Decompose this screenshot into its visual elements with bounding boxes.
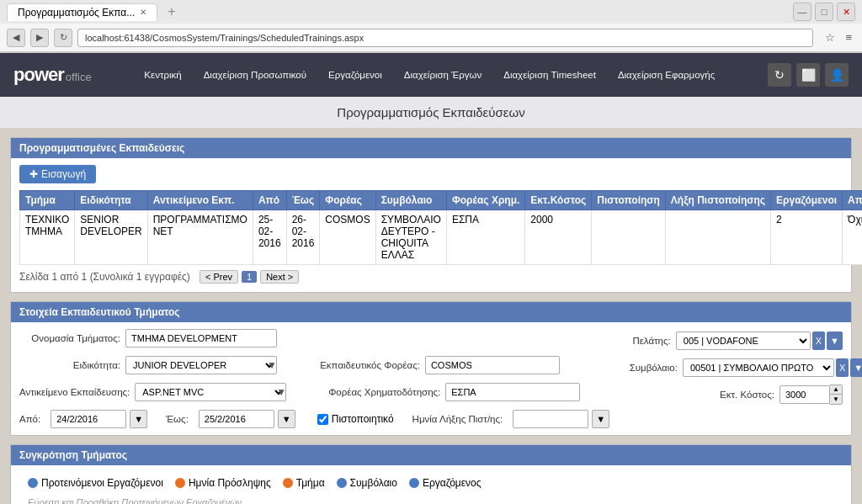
pistopoiitiko-checkbox[interactable] <box>317 414 328 425</box>
new-tab-icon[interactable]: + <box>168 4 175 19</box>
address-bar[interactable] <box>77 29 813 47</box>
pelatis-down-button[interactable]: ▼ <box>827 332 843 350</box>
browser-toolbar: ◀ ▶ ↻ ☆ ≡ <box>0 24 862 52</box>
col-pistopoiisi: Πιστοποίηση <box>592 191 666 210</box>
ekt-kostos-input[interactable] <box>780 385 830 404</box>
cell-ergazomenoi: 2 <box>771 210 843 265</box>
class-composition-body: Προτεινόμενοι Εργαζόμενοι Ημνία Πρόσληψη… <box>11 465 851 504</box>
form-row-2: Ειδικότητα: JUNIOR DEVELOPER ▼ Εκπαιδευτ… <box>11 356 851 383</box>
pistopoiitiko-checkbox-label[interactable]: Πιστοποιητικό <box>317 413 394 425</box>
cell-apo: 25-02-2016 <box>253 210 286 265</box>
eidikotita-select[interactable]: JUNIOR DEVELOPER <box>125 356 277 374</box>
col-eidikotita: Ειδικότητα <box>75 191 147 210</box>
symvolaio-x-button[interactable]: X <box>836 358 849 377</box>
settings-icon[interactable]: ≡ <box>842 29 855 45</box>
col-foreas: Φορέας <box>320 191 375 210</box>
pelatis-select-group: 005 | VODAFONE X ▼ <box>676 332 843 350</box>
eos-calendar-button[interactable]: ▼ <box>278 410 295 428</box>
search-hint: Εύρεση και Προσθήκη Προτεινόμενων Εργαζο… <box>19 494 843 504</box>
ekpaideutikos-label: Εκπαιδευτικός Φορέας: <box>319 360 420 370</box>
eos-date-input[interactable] <box>199 410 274 428</box>
back-button[interactable]: ◀ <box>7 29 25 47</box>
symvolaio-down-button[interactable]: ▼ <box>850 358 862 377</box>
dates-row: Από: ▼ Έως: ▼ Πιστοποιητικό Ημνία Λήξης … <box>11 410 851 435</box>
add-training-button[interactable]: ✚ Εισαγωγή <box>19 165 96 183</box>
ekt-kostos-spinner: ▲ ▼ <box>780 385 843 405</box>
nav-diaxeirisi-efarmogis[interactable]: Διαχείριση Εφαρμογής <box>608 65 725 85</box>
cell-eos: 26-02-2016 <box>286 210 320 265</box>
tab-close-icon[interactable]: ✕ <box>140 8 146 17</box>
col-ergazomenoi: Εργαζόμενοι <box>771 191 843 210</box>
radio-dot-protenomenoi <box>28 478 38 488</box>
main-content: Προγραμματισμένες Εκπαιδεύσεις ✚ Εισαγωγ… <box>0 129 862 504</box>
monitor-icon[interactable]: ⬜ <box>796 63 820 87</box>
page-title-bar: Προγραμματισμός Εκπαιδεύσεων <box>0 97 862 129</box>
radio-tabs: Προτεινόμενοι Εργαζόμενοι Ημνία Πρόσληψη… <box>19 472 843 494</box>
foreas-xrim-row: Φορέας Χρηματοδότησης: <box>328 383 580 401</box>
user-icon[interactable]: 👤 <box>825 63 849 87</box>
app-header: power office Κεντρική Διαχείριση Προσωπι… <box>0 53 862 97</box>
ekt-kostos-label: Εκτ. Κόστος: <box>673 390 774 400</box>
col-symvolaio: Συμβόλαιο <box>375 191 446 210</box>
close-button[interactable]: ✕ <box>837 3 855 21</box>
apo-calendar-button[interactable]: ▼ <box>130 410 147 428</box>
imnia-lixis-label: Ημνία Λήξης Πιστ/ης: <box>412 414 503 424</box>
logo-area: power office <box>13 64 92 86</box>
pelatis-select[interactable]: 005 | VODAFONE <box>676 332 811 350</box>
col-tmima: Τμήμα <box>20 191 75 210</box>
symvolaio-select[interactable]: 00501 | ΣΥΜΒΟΛΑΙΟ ΠΡΩΤΟ - <box>683 358 834 377</box>
nav-diaxeirisi-timesheet[interactable]: Διαχείριση Timesheet <box>493 65 606 85</box>
ekpaideutikos-row: Εκπαιδευτικός Φορέας: <box>319 356 560 374</box>
col-apo: Από <box>253 191 286 210</box>
refresh-header-button[interactable]: ↻ <box>768 63 791 87</box>
radio-ergazomenos[interactable]: Εργαζόμενος <box>409 477 482 489</box>
onomasia-input[interactable] <box>125 329 277 347</box>
radio-imnia[interactable]: Ημνία Πρόσληψης <box>175 477 271 489</box>
imnia-lixis-group: ▼ <box>513 410 609 428</box>
radio-symvolaio[interactable]: Συμβόλαιο <box>337 477 397 489</box>
cell-tmima: ΤΕΧΝΙΚΟ ΤΜΗΜΑ <box>20 210 75 265</box>
maximize-button[interactable]: □ <box>815 3 833 21</box>
antikimeno-select[interactable]: ASP.NET MVC <box>135 383 286 401</box>
symvolaio-select-group: 00501 | ΣΥΜΒΟΛΑΙΟ ΠΡΩΤΟ - X ▼ <box>683 358 862 377</box>
nav-ergazomenoi[interactable]: Εργαζόμενοι <box>318 65 392 85</box>
ekpaideutikos-input[interactable] <box>425 356 560 374</box>
scheduled-trainings-body: ✚ Εισαγωγή Τμήμα Ειδικότητα Αντικείμενο … <box>11 158 851 292</box>
nav-diaxeirisi-ergon[interactable]: Διαχείριση Έργων <box>394 65 492 85</box>
pagination: Σελίδα 1 από 1 (Συνολικά 1 εγγραφές) < P… <box>19 265 843 285</box>
cell-foreas-xrim: ΕΣΠΑ <box>446 210 524 265</box>
eidikotita-label: Ειδικότητα: <box>19 360 120 370</box>
apo-date-input[interactable] <box>51 410 126 428</box>
refresh-button[interactable]: ↻ <box>54 29 72 47</box>
imnia-lixis-calendar-button[interactable]: ▼ <box>592 410 609 428</box>
spinner-up-button[interactable]: ▲ <box>830 385 842 395</box>
next-page-button[interactable]: Next > <box>260 270 299 284</box>
col-apotimisi: Αποτίμηση <box>843 191 862 210</box>
foreas-xrim-input[interactable] <box>445 383 580 401</box>
class-composition-section: Συγκρότηση Τμήματος Προτεινόμενοι Εργαζό… <box>10 444 852 504</box>
radio-protenomenoi[interactable]: Προτεινόμενοι Εργαζόμενοι <box>28 477 163 489</box>
table-row[interactable]: ΤΕΧΝΙΚΟ ΤΜΗΜΑ SENIOR DEVELOPER ΠΡΟΓΡΑΜΜΑ… <box>20 210 863 265</box>
header-actions: ↻ ⬜ 👤 <box>768 63 849 87</box>
cell-apotimisi: Όχι <box>843 210 862 265</box>
forward-button[interactable]: ▶ <box>30 29 49 47</box>
nav-diaxeirisi-prosopiko[interactable]: Διαχείριση Προσωπικού <box>194 65 317 85</box>
cell-eidikotita: SENIOR DEVELOPER <box>75 210 147 265</box>
prev-page-button[interactable]: < Prev <box>200 270 238 284</box>
radio-tmima[interactable]: Τμήμα <box>283 477 325 489</box>
radio-dot-symvolaio <box>337 478 347 488</box>
col-ekt-kostos: Εκτ.Κόστος <box>525 191 592 210</box>
minimize-button[interactable]: — <box>793 3 811 21</box>
pelatis-x-button[interactable]: X <box>812 332 825 350</box>
onomasia-row: Ονομασία Τμήματος: <box>19 329 277 347</box>
logo-power: power <box>13 64 64 86</box>
browser-tab[interactable]: Προγραμματισμός Εκπα... ✕ <box>7 3 157 21</box>
eos-label: Έως: <box>166 414 189 424</box>
nav-kentrike[interactable]: Κεντρική <box>134 65 191 85</box>
spinner-down-button[interactable]: ▼ <box>830 395 842 404</box>
ekt-kostos-row: Εκτ. Κόστος: ▲ ▼ <box>673 385 843 405</box>
scheduled-trainings-header: Προγραμματισμένες Εκπαιδεύσεις <box>11 138 851 158</box>
bookmark-icon[interactable]: ☆ <box>822 29 838 45</box>
imnia-lixis-input[interactable] <box>513 410 588 428</box>
onomasia-label: Ονομασία Τμήματος: <box>19 333 120 343</box>
